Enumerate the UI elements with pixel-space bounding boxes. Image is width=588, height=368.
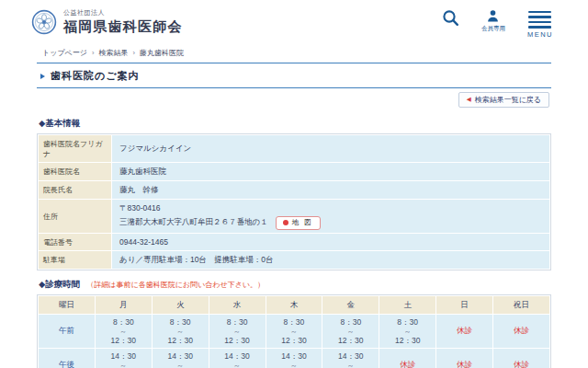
time-cell: 14：30～19：00 xyxy=(95,349,152,368)
map-button-label: 地 図 xyxy=(292,218,313,227)
slot-label: 午後 xyxy=(39,349,96,368)
row-value: 〒830-0416 三潴郡大木町大字八町牟田２６７番地の１ 地 図 xyxy=(112,200,550,234)
time-cell: 14：30～19：00 xyxy=(152,349,209,368)
person-icon xyxy=(486,9,500,23)
main-content: トップページ›検索結果›藤丸歯科医院 歯科医院のご案内 ◀ 検索結果一覧に戻る … xyxy=(0,44,588,368)
org-name: 福岡県歯科医師会 xyxy=(63,18,183,36)
table-row: 電話番号 0944-32-1465 xyxy=(39,234,550,251)
slot-label: 午前 xyxy=(39,315,96,349)
row-value: 藤丸 幹修 xyxy=(112,181,550,200)
row-label: 電話番号 xyxy=(39,234,112,251)
search-icon xyxy=(442,9,459,27)
association-emblem-icon xyxy=(31,9,57,35)
row-label: 院長氏名 xyxy=(39,181,112,200)
map-marker-icon xyxy=(283,220,288,225)
menu-label: MENU xyxy=(527,30,553,39)
back-to-results-link[interactable]: ◀ 検索結果一覧に戻る xyxy=(458,92,549,108)
column-header: 木 xyxy=(266,296,322,315)
back-arrow-icon: ◀ xyxy=(467,97,471,103)
basic-info-table: 歯科医院名フリガナ フジマルシカイイン 歯科医院名 藤丸歯科医院 院長氏名 藤丸… xyxy=(38,134,550,270)
table-row-address: 住所 〒830-0416 三潴郡大木町大字八町牟田２６７番地の１ 地 図 xyxy=(39,200,550,234)
column-header: 祝日 xyxy=(493,296,550,315)
time-cell: 8：30～12：30 xyxy=(152,315,209,349)
hours-note: （詳細は事前に各歯科医院にお問い合わせ下さい。） xyxy=(86,280,265,290)
row-value: あり／専用駐車場：10台 提携駐車場：0台 xyxy=(112,251,550,270)
table-row: 歯科医院名 藤丸歯科医院 xyxy=(39,163,550,181)
breadcrumb-link-search-results[interactable]: 検索結果 xyxy=(98,49,128,57)
column-header: 日 xyxy=(436,296,493,315)
member-area-label: 会員専用 xyxy=(481,25,505,33)
row-label: 歯科医院名フリガナ xyxy=(39,135,112,163)
closed-cell: 休診 xyxy=(436,349,493,368)
hours-table-wrap: 曜日 月 火 水 木 金 土 日 祝日 午前 8：30～12：30 8：30～1… xyxy=(37,294,551,368)
hours-table: 曜日 月 火 水 木 金 土 日 祝日 午前 8：30～12：30 8：30～1… xyxy=(38,295,550,368)
column-header: 曜日 xyxy=(39,296,96,315)
title-arrow-icon xyxy=(40,74,45,79)
time-cell: 14：30～19：00 xyxy=(266,349,322,368)
table-row: 駐車場 あり／専用駐車場：10台 提携駐車場：0台 xyxy=(39,251,550,270)
header-actions: 会員専用 MENU xyxy=(442,9,553,39)
row-value: 藤丸歯科医院 xyxy=(112,163,550,181)
basic-info-heading: ◆基本情報 xyxy=(39,118,80,130)
logo-text: 公益社団法人 福岡県歯科医師会 xyxy=(63,8,183,36)
table-row: 院長氏名 藤丸 幹修 xyxy=(39,181,550,200)
basic-info-heading-row: ◆基本情報 xyxy=(39,118,551,130)
member-area-button[interactable]: 会員専用 xyxy=(481,9,505,33)
column-header: 水 xyxy=(209,296,266,315)
site-header: 公益社団法人 福岡県歯科医師会 会員専用 MENU xyxy=(0,0,588,44)
closed-cell: 休診 xyxy=(436,315,493,349)
breadcrumb: トップページ›検索結果›藤丸歯科医院 xyxy=(37,44,551,63)
page-title-bar: 歯科医院のご案内 xyxy=(37,63,551,88)
site-logo[interactable]: 公益社団法人 福岡県歯科医師会 xyxy=(31,8,183,36)
row-label: 住所 xyxy=(39,200,112,234)
time-cell: 8：30～12：30 xyxy=(209,315,266,349)
hours-row-afternoon: 午後 14：30～19：00 14：30～19：00 14：30～19：00 1… xyxy=(39,349,550,368)
column-header: 金 xyxy=(322,296,379,315)
breadcrumb-link-home[interactable]: トップページ xyxy=(42,49,87,57)
closed-cell: 休診 xyxy=(379,349,436,368)
menu-button[interactable]: MENU xyxy=(527,9,553,39)
breadcrumb-current: 藤丸歯科医院 xyxy=(140,49,184,57)
hours-heading-row: ◆診療時間 （詳細は事前に各歯科医院にお問い合わせ下さい。） xyxy=(39,279,551,291)
time-cell: 14：30～19：00 xyxy=(209,349,266,368)
time-cell: 8：30～12：30 xyxy=(379,315,436,349)
org-type-label: 公益社団法人 xyxy=(63,8,183,17)
search-button[interactable] xyxy=(442,9,459,27)
hours-row-morning: 午前 8：30～12：30 8：30～12：30 8：30～12：30 8：30… xyxy=(39,315,550,349)
row-value: フジマルシカイイン xyxy=(112,135,550,163)
row-label: 駐車場 xyxy=(39,251,112,270)
row-label: 歯科医院名 xyxy=(39,163,112,181)
postal-code: 〒830-0416 xyxy=(119,203,542,214)
column-header: 火 xyxy=(152,296,209,315)
closed-cell: 休診 xyxy=(493,315,550,349)
table-row: 歯科医院名フリガナ フジマルシカイイン xyxy=(39,135,550,163)
hours-heading: ◆診療時間 xyxy=(39,279,80,291)
time-cell: 8：30～12：30 xyxy=(322,315,379,349)
time-cell: 14：30～19：00 xyxy=(322,349,379,368)
time-cell: 8：30～12：30 xyxy=(95,315,152,349)
column-header: 月 xyxy=(95,296,152,315)
hamburger-icon xyxy=(528,9,551,29)
hours-header-row: 曜日 月 火 水 木 金 土 日 祝日 xyxy=(39,296,550,315)
basic-info-table-wrap: 歯科医院名フリガナ フジマルシカイイン 歯科医院名 藤丸歯科医院 院長氏名 藤丸… xyxy=(37,133,551,270)
breadcrumb-separator: › xyxy=(92,49,95,57)
column-header: 土 xyxy=(379,296,436,315)
back-row: ◀ 検索結果一覧に戻る xyxy=(37,88,551,109)
back-link-label: 検索結果一覧に戻る xyxy=(475,95,541,105)
address-text: 三潴郡大木町大字八町牟田２６７番地の１ xyxy=(119,217,268,228)
row-value: 0944-32-1465 xyxy=(112,234,550,251)
page-title: 歯科医院のご案内 xyxy=(51,69,140,83)
breadcrumb-separator: › xyxy=(132,49,135,57)
map-button[interactable]: 地 図 xyxy=(276,216,321,230)
time-cell: 8：30～12：30 xyxy=(266,315,322,349)
closed-cell: 休診 xyxy=(493,349,550,368)
